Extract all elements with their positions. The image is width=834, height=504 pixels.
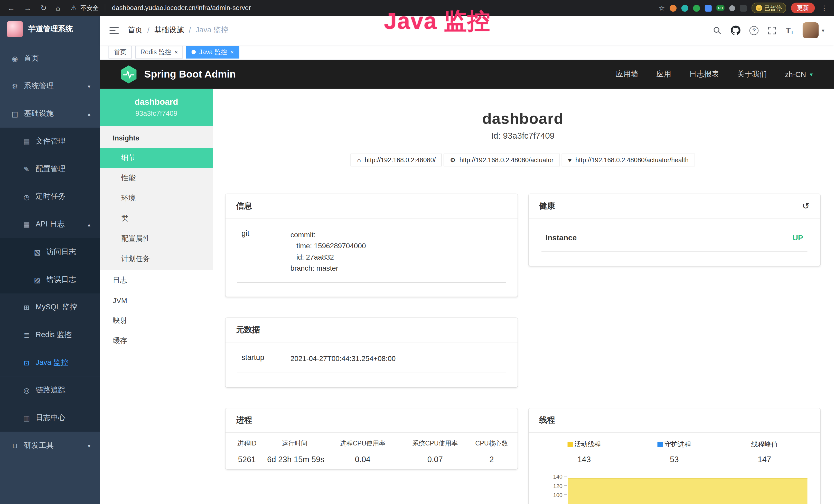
address-bar[interactable]: ⚠ 不安全 dashboard.yudao.iocoder.cn/infra/a… xyxy=(71,4,659,12)
sba-nav-wallboard[interactable]: 应用墙 xyxy=(616,70,638,79)
update-button[interactable]: 更新 xyxy=(791,3,815,13)
security-warning-label[interactable]: 不安全 xyxy=(81,4,98,12)
sidebar-item-label: 基础设施 xyxy=(24,109,54,119)
sba-nav-journal[interactable]: 日志报表 xyxy=(689,70,719,79)
sidebar-logo[interactable]: 芋道管理系统 xyxy=(0,16,100,43)
sidebar-item-java-monitor[interactable]: ⊡ Java 监控 xyxy=(0,349,100,376)
service-url-link[interactable]: ⌂ http://192.168.0.2:48080/ xyxy=(351,154,442,166)
reload-icon[interactable]: ↻ xyxy=(40,4,46,12)
sba-item-metrics[interactable]: 性能 xyxy=(100,168,213,188)
extension-green-icon[interactable] xyxy=(693,5,700,12)
history-icon[interactable]: ↺ xyxy=(802,202,810,210)
help-icon[interactable]: ? xyxy=(749,26,759,35)
security-warning-icon[interactable]: ⚠ xyxy=(71,4,76,12)
instance-name: dashboard xyxy=(135,97,178,107)
cell-value: 6d 23h 15m 59s xyxy=(267,455,322,464)
tools-icon: ⊔ xyxy=(10,442,19,450)
breadcrumb-infrastructure[interactable]: 基础设施 xyxy=(154,25,184,35)
font-size-icon[interactable]: TT xyxy=(786,26,793,35)
sba-logo-icon xyxy=(120,66,138,84)
sba-item-jvm[interactable]: JVM xyxy=(100,290,213,311)
browser-menu-icon[interactable]: ⋮ xyxy=(820,4,829,12)
breadcrumb-home[interactable]: 首页 xyxy=(128,25,142,35)
sba-item-details[interactable]: 细节 xyxy=(100,148,213,168)
sba-nav-applications[interactable]: 应用 xyxy=(656,70,671,79)
sidebar-item-redis-monitor[interactable]: ≣ Redis 监控 xyxy=(0,321,100,349)
gear-icon: ⚙ xyxy=(10,82,19,90)
chart-plot-area xyxy=(567,473,807,504)
sidebar-item-system-mgmt[interactable]: ⚙ 系统管理 ▾ xyxy=(0,72,100,100)
column-header: 进程CPU使用率 xyxy=(322,439,403,448)
sba-brand[interactable]: Spring Boot Admin xyxy=(120,66,236,84)
sba-item-configprops[interactable]: 配置属性 xyxy=(100,229,213,249)
chevron-up-icon: ▴ xyxy=(88,221,90,227)
sba-locale-select[interactable]: zh-CN ▾ xyxy=(785,70,813,78)
home-icon[interactable]: ⌂ xyxy=(56,4,60,12)
legend-label: 活动线程 xyxy=(574,441,601,448)
tab-close-icon[interactable]: × xyxy=(174,49,178,55)
sidebar-item-api-logs[interactable]: ▦ API 日志 ▴ xyxy=(0,210,100,238)
sba-instance-header[interactable]: dashboard 93a3fc7f7409 xyxy=(100,89,213,126)
bookmark-star-icon[interactable]: ☆ xyxy=(659,4,665,12)
sidebar-item-log-center[interactable]: ▥ 日志中心 xyxy=(0,404,100,432)
sba-body: dashboard 93a3fc7f7409 Insights 细节 性能 环境… xyxy=(100,89,834,504)
link-url: http://192.168.0.2:48080/actuator xyxy=(460,156,553,164)
sidebar-item-trace[interactable]: ◎ 链路追踪 xyxy=(0,376,100,404)
hamburger-icon[interactable] xyxy=(110,27,119,34)
cell-value: 5261 xyxy=(226,455,267,464)
sba-sidebar: dashboard 93a3fc7f7409 Insights 细节 性能 环境… xyxy=(100,89,213,504)
status-badge: UP xyxy=(792,233,803,242)
legend-label: 守护进程 xyxy=(664,441,691,448)
legend-item-peak: 线程峰值 147 xyxy=(720,440,810,464)
health-card: 健康 ↺ Instance UP xyxy=(528,194,820,266)
sidebar-item-mysql-monitor[interactable]: ⊞ MySQL 监控 xyxy=(0,294,100,321)
table-column: 进程ID 5261 xyxy=(226,439,267,463)
sidebar-item-error-logs[interactable]: ▨ 错误日志 xyxy=(0,266,100,294)
sidebar-item-dev-tools[interactable]: ⊔ 研发工具 ▾ xyxy=(0,432,100,459)
tab-close-icon[interactable]: × xyxy=(231,49,234,55)
main-column: 首页 / 基础设施 / Java 监控 ? xyxy=(100,16,834,504)
github-icon[interactable] xyxy=(731,25,741,35)
extension-puzzle-icon[interactable] xyxy=(740,5,747,12)
user-avatar[interactable] xyxy=(803,22,818,38)
sidebar-item-label: 访问日志 xyxy=(46,247,76,257)
infrastructure-icon: ◫ xyxy=(10,110,19,118)
sba-item-beans[interactable]: 类 xyxy=(100,208,213,229)
health-url-link[interactable]: ♥ http://192.168.0.2:48080/actuator/heal… xyxy=(562,154,695,166)
search-icon[interactable] xyxy=(713,26,722,35)
clock-icon: ◷ xyxy=(22,193,31,201)
back-icon[interactable]: ← xyxy=(7,4,15,12)
sidebar-item-scheduled-tasks[interactable]: ◷ 定时任务 xyxy=(0,183,100,210)
address-divider xyxy=(105,4,106,12)
sba-item-scheduled-tasks[interactable]: 计划任务 xyxy=(100,249,213,269)
tab-java-monitor[interactable]: Java 监控 × xyxy=(186,46,239,59)
instance-id: 93a3fc7f7409 xyxy=(135,110,177,118)
app-frame: 芋道管理系统 ◉ 首页 ⚙ 系统管理 ▾ ◫ 基础设施 ▴ ▤ xyxy=(0,16,834,504)
paused-badge[interactable]: ☺ 已暂停 xyxy=(751,3,786,13)
sidebar-item-infrastructure[interactable]: ◫ 基础设施 ▴ xyxy=(0,100,100,128)
tab-home[interactable]: 首页 xyxy=(108,46,132,59)
avatar-caret-icon[interactable]: ▾ xyxy=(822,27,824,33)
sidebar-item-home[interactable]: ◉ 首页 xyxy=(0,45,100,72)
redis-icon: ≣ xyxy=(22,331,31,339)
paused-label: 已暂停 xyxy=(764,4,782,12)
extension-switch-on-badge[interactable]: on xyxy=(717,5,725,11)
sba-item-loggers[interactable]: 日志 xyxy=(100,270,213,290)
sba-item-caches[interactable]: 缓存 xyxy=(100,331,213,351)
actuator-url-link[interactable]: ⚙ http://192.168.0.2:48080/actuator xyxy=(444,154,560,166)
sidebar-item-config-mgmt[interactable]: ✎ 配置管理 xyxy=(0,155,100,183)
sba-item-mappings[interactable]: 映射 xyxy=(100,311,213,331)
sba-nav-about[interactable]: 关于我们 xyxy=(737,70,767,79)
sba-item-environment[interactable]: 环境 xyxy=(100,188,213,208)
extension-orange-icon[interactable] xyxy=(670,5,677,12)
sidebar-item-access-logs[interactable]: ▧ 访问日志 xyxy=(0,238,100,266)
process-table: 进程ID 5261 运行时间 6d 23h 15m 59s 进程CPU使用率 0… xyxy=(225,433,517,469)
forward-icon[interactable]: → xyxy=(24,4,31,12)
url-text[interactable]: dashboard.yudao.iocoder.cn/infra/admin-s… xyxy=(112,4,251,12)
extension-blue-icon[interactable] xyxy=(705,5,712,12)
fullscreen-icon[interactable] xyxy=(768,26,777,35)
tab-redis-monitor[interactable]: Redis 监控 × xyxy=(135,46,183,59)
extension-teal-icon[interactable] xyxy=(681,5,688,12)
sidebar-item-file-mgmt[interactable]: ▤ 文件管理 xyxy=(0,128,100,155)
extension-gray-icon[interactable] xyxy=(729,5,735,11)
